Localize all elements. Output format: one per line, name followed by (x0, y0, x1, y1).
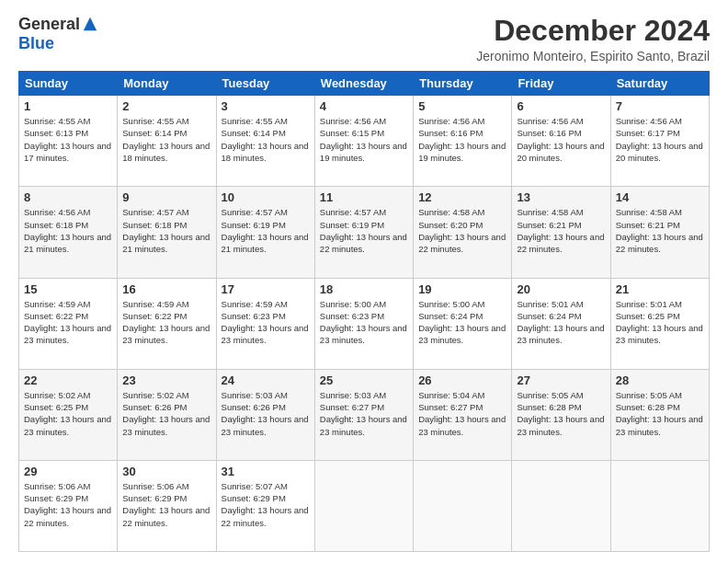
day-info: Sunrise: 5:02 AMSunset: 6:25 PMDaylight:… (24, 389, 112, 438)
calendar-week-row: 8 Sunrise: 4:56 AMSunset: 6:18 PMDayligh… (19, 187, 710, 278)
table-row: 5 Sunrise: 4:56 AMSunset: 6:16 PMDayligh… (414, 96, 512, 187)
day-number: 31 (222, 465, 310, 478)
calendar-page: General Blue December 2024 Jeronimo Mont… (0, 0, 728, 563)
table-row: 24 Sunrise: 5:03 AMSunset: 6:26 PMDaylig… (216, 369, 314, 460)
table-row: 23 Sunrise: 5:02 AMSunset: 6:26 PMDaylig… (118, 369, 216, 460)
table-row: 9 Sunrise: 4:57 AMSunset: 6:18 PMDayligh… (118, 187, 216, 278)
table-row: 20 Sunrise: 5:01 AMSunset: 6:24 PMDaylig… (512, 278, 610, 369)
day-info: Sunrise: 4:56 AMSunset: 6:16 PMDaylight:… (418, 115, 506, 164)
table-row (512, 460, 610, 551)
logo-general-text: General (18, 15, 80, 34)
table-row: 31 Sunrise: 5:07 AMSunset: 6:29 PMDaylig… (216, 460, 314, 551)
day-number: 24 (222, 373, 310, 387)
table-row: 8 Sunrise: 4:56 AMSunset: 6:18 PMDayligh… (19, 187, 118, 278)
day-info: Sunrise: 4:57 AMSunset: 6:19 PMDaylight:… (222, 206, 310, 255)
day-info: Sunrise: 5:05 AMSunset: 6:28 PMDaylight:… (517, 389, 605, 438)
day-number: 11 (320, 190, 408, 204)
day-info: Sunrise: 5:01 AMSunset: 6:25 PMDaylight:… (616, 298, 704, 347)
header-row: Sunday Monday Tuesday Wednesday Thursday… (19, 72, 710, 96)
day-info: Sunrise: 5:07 AMSunset: 6:29 PMDaylight:… (222, 480, 310, 529)
day-info: Sunrise: 4:55 AMSunset: 6:13 PMDaylight:… (24, 115, 112, 164)
day-number: 12 (418, 190, 506, 204)
col-wednesday: Wednesday (314, 72, 413, 96)
table-row: 19 Sunrise: 5:00 AMSunset: 6:24 PMDaylig… (414, 278, 512, 369)
day-info: Sunrise: 5:01 AMSunset: 6:24 PMDaylight:… (517, 298, 605, 347)
day-info: Sunrise: 5:03 AMSunset: 6:27 PMDaylight:… (320, 389, 408, 438)
day-number: 13 (517, 190, 605, 204)
day-info: Sunrise: 5:00 AMSunset: 6:23 PMDaylight:… (320, 298, 408, 347)
col-monday: Monday (118, 72, 216, 96)
table-row: 11 Sunrise: 4:57 AMSunset: 6:19 PMDaylig… (314, 187, 413, 278)
table-row: 18 Sunrise: 5:00 AMSunset: 6:23 PMDaylig… (314, 278, 413, 369)
calendar-week-row: 15 Sunrise: 4:59 AMSunset: 6:22 PMDaylig… (19, 278, 710, 369)
day-number: 4 (320, 99, 408, 113)
logo: General Blue (18, 15, 98, 53)
table-row (314, 460, 413, 551)
location: Jeronimo Monteiro, Espirito Santo, Brazi… (476, 49, 710, 63)
day-number: 23 (122, 373, 210, 387)
calendar-week-row: 29 Sunrise: 5:06 AMSunset: 6:29 PMDaylig… (19, 460, 710, 551)
day-info: Sunrise: 4:58 AMSunset: 6:20 PMDaylight:… (418, 206, 506, 255)
table-row: 10 Sunrise: 4:57 AMSunset: 6:19 PMDaylig… (216, 187, 314, 278)
day-info: Sunrise: 4:55 AMSunset: 6:14 PMDaylight:… (122, 115, 210, 164)
day-info: Sunrise: 4:56 AMSunset: 6:18 PMDaylight:… (24, 206, 112, 255)
day-info: Sunrise: 4:55 AMSunset: 6:14 PMDaylight:… (222, 115, 310, 164)
day-number: 15 (24, 282, 112, 296)
calendar-table: Sunday Monday Tuesday Wednesday Thursday… (18, 71, 710, 552)
table-row: 3 Sunrise: 4:55 AMSunset: 6:14 PMDayligh… (216, 96, 314, 187)
table-row: 17 Sunrise: 4:59 AMSunset: 6:23 PMDaylig… (216, 278, 314, 369)
table-row: 12 Sunrise: 4:58 AMSunset: 6:20 PMDaylig… (414, 187, 512, 278)
day-number: 22 (24, 373, 112, 387)
day-info: Sunrise: 4:58 AMSunset: 6:21 PMDaylight:… (517, 206, 605, 255)
day-info: Sunrise: 4:59 AMSunset: 6:23 PMDaylight:… (222, 298, 310, 347)
day-number: 18 (320, 282, 408, 296)
table-row: 13 Sunrise: 4:58 AMSunset: 6:21 PMDaylig… (512, 187, 610, 278)
day-info: Sunrise: 5:00 AMSunset: 6:24 PMDaylight:… (418, 298, 506, 347)
logo-blue-text: Blue (18, 34, 54, 53)
logo-icon (82, 16, 98, 32)
day-number: 19 (418, 282, 506, 296)
col-saturday: Saturday (610, 72, 709, 96)
day-number: 2 (122, 99, 210, 113)
col-tuesday: Tuesday (216, 72, 314, 96)
day-number: 27 (517, 373, 605, 387)
day-number: 5 (418, 99, 506, 113)
day-number: 21 (616, 282, 704, 296)
table-row: 28 Sunrise: 5:05 AMSunset: 6:28 PMDaylig… (610, 369, 709, 460)
table-row: 26 Sunrise: 5:04 AMSunset: 6:27 PMDaylig… (414, 369, 512, 460)
table-row: 16 Sunrise: 4:59 AMSunset: 6:22 PMDaylig… (118, 278, 216, 369)
table-row: 21 Sunrise: 5:01 AMSunset: 6:25 PMDaylig… (610, 278, 709, 369)
table-row: 27 Sunrise: 5:05 AMSunset: 6:28 PMDaylig… (512, 369, 610, 460)
header: General Blue December 2024 Jeronimo Mont… (18, 15, 710, 63)
day-number: 6 (517, 99, 605, 113)
day-info: Sunrise: 5:04 AMSunset: 6:27 PMDaylight:… (418, 389, 506, 438)
day-number: 8 (24, 190, 112, 204)
month-title: December 2024 (476, 15, 710, 47)
table-row: 15 Sunrise: 4:59 AMSunset: 6:22 PMDaylig… (19, 278, 118, 369)
table-row (414, 460, 512, 551)
day-info: Sunrise: 4:59 AMSunset: 6:22 PMDaylight:… (24, 298, 112, 347)
table-row: 29 Sunrise: 5:06 AMSunset: 6:29 PMDaylig… (19, 460, 118, 551)
day-number: 14 (616, 190, 704, 204)
day-number: 28 (616, 373, 704, 387)
day-number: 16 (122, 282, 210, 296)
day-info: Sunrise: 5:06 AMSunset: 6:29 PMDaylight:… (24, 480, 112, 529)
table-row (610, 460, 709, 551)
calendar-week-row: 1 Sunrise: 4:55 AMSunset: 6:13 PMDayligh… (19, 96, 710, 187)
day-number: 3 (222, 99, 310, 113)
calendar-week-row: 22 Sunrise: 5:02 AMSunset: 6:25 PMDaylig… (19, 369, 710, 460)
day-info: Sunrise: 4:57 AMSunset: 6:19 PMDaylight:… (320, 206, 408, 255)
table-row: 22 Sunrise: 5:02 AMSunset: 6:25 PMDaylig… (19, 369, 118, 460)
day-number: 26 (418, 373, 506, 387)
day-info: Sunrise: 4:56 AMSunset: 6:15 PMDaylight:… (320, 115, 408, 164)
day-number: 10 (222, 190, 310, 204)
day-number: 17 (222, 282, 310, 296)
table-row: 4 Sunrise: 4:56 AMSunset: 6:15 PMDayligh… (314, 96, 413, 187)
day-number: 7 (616, 99, 704, 113)
day-number: 20 (517, 282, 605, 296)
table-row: 2 Sunrise: 4:55 AMSunset: 6:14 PMDayligh… (118, 96, 216, 187)
day-info: Sunrise: 5:03 AMSunset: 6:26 PMDaylight:… (222, 389, 310, 438)
col-friday: Friday (512, 72, 610, 96)
day-info: Sunrise: 4:56 AMSunset: 6:16 PMDaylight:… (517, 115, 605, 164)
day-info: Sunrise: 5:06 AMSunset: 6:29 PMDaylight:… (122, 480, 210, 529)
